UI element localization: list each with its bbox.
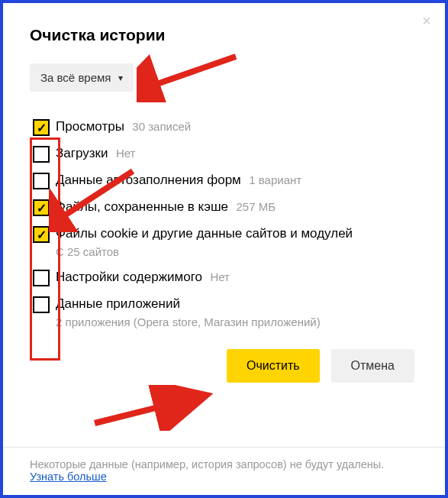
option-row-app-data: Данные приложений 2 приложения (Opera st… bbox=[30, 296, 418, 330]
option-row-views: Просмотры 30 записей bbox=[30, 118, 418, 136]
checkbox-views[interactable] bbox=[33, 119, 50, 136]
options-list: Просмотры 30 записей Загрузки Нет bbox=[30, 118, 418, 330]
checkbox-autofill[interactable] bbox=[33, 173, 50, 189]
option-label: Файлы, сохраненные в кэше bbox=[56, 199, 228, 214]
chevron-down-icon: ▾ bbox=[118, 73, 123, 83]
option-sub: Нет bbox=[210, 270, 230, 283]
clear-button[interactable]: Очистить bbox=[227, 349, 320, 383]
svg-line-5 bbox=[95, 396, 201, 423]
dialog-buttons: Очистить Отмена bbox=[30, 349, 418, 383]
cancel-button[interactable]: Отмена bbox=[331, 349, 414, 383]
option-label: Файлы cookie и другие данные сайтов и мо… bbox=[56, 225, 353, 243]
learn-more-link[interactable]: Узнать больше bbox=[30, 471, 107, 483]
option-row-cookies: Файлы cookie и другие данные сайтов и мо… bbox=[30, 225, 418, 260]
checkbox-cache[interactable] bbox=[33, 199, 50, 216]
dialog-footer: Некоторые данные (например, история запр… bbox=[3, 447, 445, 495]
svg-line-1 bbox=[148, 57, 236, 87]
annotation-arrow-1 bbox=[137, 49, 243, 102]
time-range-select[interactable]: За всё время ▾ bbox=[30, 63, 134, 92]
option-row-downloads: Загрузки Нет bbox=[30, 145, 418, 163]
option-label: Просмотры bbox=[56, 119, 124, 134]
option-sub: 1 вариант bbox=[249, 173, 301, 186]
option-row-content-settings: Настройки содержимого Нет bbox=[30, 269, 418, 286]
option-sub: С 25 сайтов bbox=[56, 244, 353, 260]
checkbox-app-data[interactable] bbox=[33, 296, 50, 313]
option-sub: 2 приложения (Opera store, Магазин прило… bbox=[56, 315, 321, 330]
checkbox-cookies[interactable] bbox=[33, 226, 50, 243]
option-sub: Нет bbox=[116, 147, 136, 160]
option-row-cache: Файлы, сохраненные в кэше 257 МБ bbox=[30, 199, 418, 216]
option-sub: 257 МБ bbox=[236, 200, 276, 213]
annotation-arrow-3 bbox=[91, 385, 213, 431]
option-label: Загрузки bbox=[56, 146, 108, 160]
option-label: Данные автозаполнения форм bbox=[56, 173, 241, 187]
dialog-title: Очистка истории bbox=[30, 26, 418, 44]
option-label: Данные приложений bbox=[56, 296, 321, 313]
checkbox-downloads[interactable] bbox=[33, 146, 50, 163]
checkbox-content-settings[interactable] bbox=[33, 270, 50, 286]
option-sub: 30 записей bbox=[132, 120, 191, 133]
time-range-label: За всё время bbox=[40, 71, 111, 84]
close-icon[interactable]: × bbox=[422, 12, 431, 30]
option-label: Настройки содержимого bbox=[56, 270, 202, 284]
option-row-autofill: Данные автозаполнения форм 1 вариант bbox=[30, 172, 418, 189]
footer-text: Некоторые данные (например, история запр… bbox=[30, 458, 384, 471]
